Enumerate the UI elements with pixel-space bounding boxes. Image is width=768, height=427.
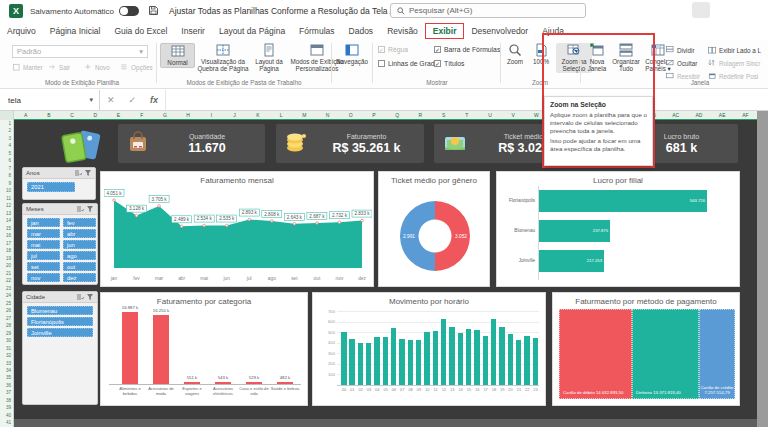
kpi-card-faturamento[interactable]: FaturamentoR$ 35.261 k xyxy=(276,124,424,163)
column-header-k[interactable]: K xyxy=(246,111,269,119)
row-header-16[interactable]: 16 xyxy=(0,232,13,239)
slicer-item-blumenau[interactable]: Blumenau xyxy=(27,306,93,315)
row-header-38[interactable]: 38 xyxy=(0,397,13,404)
column-header-ac[interactable]: AC xyxy=(664,111,687,119)
row-header-21[interactable]: 21 xyxy=(0,270,13,277)
row-header-22[interactable]: 22 xyxy=(0,277,13,284)
column-header-e[interactable]: E xyxy=(107,111,130,119)
column-header-n[interactable]: N xyxy=(316,111,339,119)
button-sair[interactable]: Sair xyxy=(48,63,70,72)
row-header-26[interactable]: 26 xyxy=(0,307,13,314)
slicer-item-mar[interactable]: mar xyxy=(27,229,60,238)
chart-movimento-horario[interactable]: Movimento por horário1002003004005006007… xyxy=(312,292,546,406)
column-header-af[interactable]: AF xyxy=(734,111,757,119)
row-header-28[interactable]: 28 xyxy=(0,322,13,329)
tab-revisao[interactable]: Revisão xyxy=(380,24,425,38)
tab-guia-do-excel[interactable]: Guia do Excel xyxy=(107,24,174,38)
column-header-l[interactable]: L xyxy=(269,111,292,119)
chart-metodo-pagamento[interactable]: Faturmaento por método de pagamentoCartã… xyxy=(552,292,740,406)
row-header-15[interactable]: 15 xyxy=(0,225,13,232)
row-header-17[interactable]: 17 xyxy=(0,240,13,247)
column-header-d[interactable]: D xyxy=(84,111,107,119)
button-opcoes[interactable]: Opções xyxy=(120,63,153,72)
row-header-5[interactable]: 5 xyxy=(0,150,13,157)
tab-formulas[interactable]: Fórmulas xyxy=(292,24,341,38)
row-header-12[interactable]: 12 xyxy=(0,202,13,209)
checkbox-regua[interactable]: Régua xyxy=(378,46,408,53)
column-header-j[interactable]: J xyxy=(223,111,246,119)
titlebar-control[interactable] xyxy=(692,2,710,18)
column-header-ad[interactable]: AD xyxy=(687,111,710,119)
row-header-8[interactable]: 8 xyxy=(0,172,13,179)
tab-arquivo[interactable]: Arquivo xyxy=(0,24,43,38)
row-header-2[interactable]: 2 xyxy=(0,127,13,134)
column-header-g[interactable]: G xyxy=(153,111,176,119)
clear-filter-icon[interactable] xyxy=(86,293,94,302)
row-header-31[interactable]: 31 xyxy=(0,345,13,352)
multi-select-icon[interactable] xyxy=(76,293,84,302)
row-header-41[interactable]: 41 xyxy=(0,419,13,426)
column-header-s[interactable]: S xyxy=(432,111,455,119)
row-header-19[interactable]: 19 xyxy=(0,255,13,262)
row-header-3[interactable]: 3 xyxy=(0,135,13,142)
tab-dados[interactable]: Dados xyxy=(342,24,381,38)
slicer-anos[interactable]: Anos2021 xyxy=(22,167,96,200)
row-header-25[interactable]: 25 xyxy=(0,300,13,307)
row-header-4[interactable]: 4 xyxy=(0,142,13,149)
chart-ticket-medio-genero[interactable]: Ticket médio por gênero2.9913.052 xyxy=(378,171,490,287)
row-header-33[interactable]: 33 xyxy=(0,360,13,367)
row-header-34[interactable]: 34 xyxy=(0,367,13,374)
tab-layout-da-pagina[interactable]: Layout da Página xyxy=(212,24,292,38)
column-header-v[interactable]: V xyxy=(502,111,525,119)
autosave-toggle[interactable] xyxy=(119,6,139,16)
column-header-c[interactable]: C xyxy=(60,111,83,119)
clear-filter-icon[interactable] xyxy=(84,169,92,178)
slicer-item-fev[interactable]: fev xyxy=(63,218,96,227)
chart-lucro-por-filial[interactable]: Lucro por filialFlorianópolis563.726Blum… xyxy=(496,171,740,287)
sheet-view-dropdown[interactable]: Padrão▾ xyxy=(12,45,148,58)
row-header-14[interactable]: 14 xyxy=(0,217,13,224)
row-header-1[interactable]: 1 xyxy=(0,120,13,127)
row-header-24[interactable]: 24 xyxy=(0,292,13,299)
tab-desenvolvedor[interactable]: Desenvolvedor xyxy=(464,24,535,38)
multi-select-icon[interactable] xyxy=(74,169,82,178)
row-header-9[interactable]: 9 xyxy=(0,180,13,187)
row-header-10[interactable]: 10 xyxy=(0,187,13,194)
button-layout-da-pagina[interactable]: Layout da Página xyxy=(251,43,287,73)
slicer-item-abr[interactable]: abr xyxy=(63,229,96,238)
button-normal[interactable]: Normal xyxy=(160,43,195,68)
slicer-cidade[interactable]: CidadeBlumenauFlorianópolisJoinville xyxy=(22,291,98,405)
chart-faturamento-mensal[interactable]: Faturamento mensal4.051 kjan3.128 kfev3.… xyxy=(100,171,374,287)
slicer-item-jul[interactable]: jul xyxy=(27,251,60,260)
button-manter[interactable]: Manter xyxy=(12,63,43,72)
row-header-23[interactable]: 23 xyxy=(0,285,13,292)
row-header-18[interactable]: 18 xyxy=(0,247,13,254)
row-header-35[interactable]: 35 xyxy=(0,374,13,381)
column-header-h[interactable]: H xyxy=(177,111,200,119)
formula-input[interactable] xyxy=(165,90,768,110)
row-header-39[interactable]: 39 xyxy=(0,404,13,411)
slicer-item-nov[interactable]: nov xyxy=(27,273,60,282)
button-ocultar[interactable]: Ocultar xyxy=(666,59,697,68)
row-header-29[interactable]: 29 xyxy=(0,330,13,337)
slicer-item-ago[interactable]: ago xyxy=(63,251,96,260)
button-rolagem-sincr[interactable]: Rolagem Sincr xyxy=(708,59,760,68)
button-navegacao[interactable]: Navegação xyxy=(334,43,370,66)
slicer-item-jan[interactable]: jan xyxy=(27,218,60,227)
row-header-32[interactable]: 32 xyxy=(0,352,13,359)
row-header-40[interactable]: 40 xyxy=(0,412,13,419)
button-visualizacao-da-quebra-de-pagina[interactable]: Visualização da Quebra de Página xyxy=(197,43,249,73)
slicer-item-set[interactable]: set xyxy=(27,262,60,271)
clear-filter-icon[interactable] xyxy=(86,205,94,214)
slicer-item-florianopolis[interactable]: Florianópolis xyxy=(27,317,93,326)
formula-enter-icon[interactable]: ✓ xyxy=(129,95,137,105)
checkbox-titulos[interactable]: Títulos xyxy=(434,60,464,67)
row-header-30[interactable]: 30 xyxy=(0,337,13,344)
column-header-ae[interactable]: AE xyxy=(711,111,734,119)
button-exibir-lado-a-l[interactable]: Exibir Lado a L xyxy=(708,46,761,55)
select-all-corner[interactable] xyxy=(0,111,14,120)
document-title[interactable]: Ajustar Todas as Planilhas Conforme a Re… xyxy=(169,6,426,16)
chart-faturamento-categoria[interactable]: Faturamento por categoria16.887 kAliment… xyxy=(100,292,308,406)
column-header-o[interactable]: O xyxy=(339,111,362,119)
insert-function-icon[interactable]: fx xyxy=(150,95,158,105)
